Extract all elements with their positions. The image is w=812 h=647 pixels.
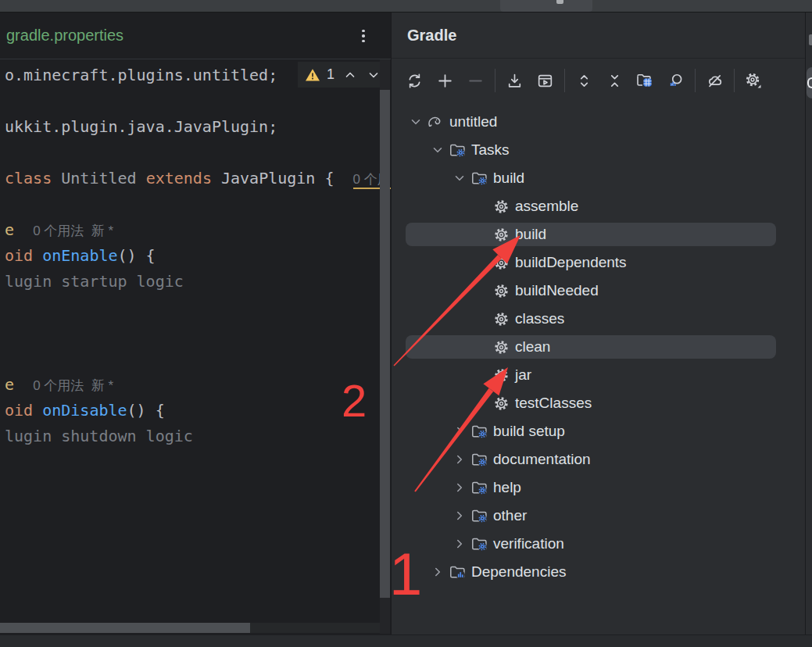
tree-item-help[interactable]: help [392,474,805,502]
horizontal-scrollbar-track [250,623,380,633]
chevron-right-icon[interactable] [449,507,470,524]
horizontal-scrollbar-thumb[interactable] [0,623,250,633]
folder-gear-icon [470,535,488,552]
tree-item-label: documentation [493,451,591,468]
vertical-scrollbar-thumb[interactable] [380,90,390,598]
gradle-panel-title: Gradle [407,27,456,45]
gradle-toolbar [392,59,805,102]
tree-item-label: untitled [449,113,497,130]
code-line[interactable]: lugin startup logic [5,269,184,295]
tree-item-label: jar [515,366,531,384]
code-token: e [5,220,14,239]
code-token: onEnable [42,246,117,265]
collapse-all-icon[interactable] [603,70,625,91]
inspections-widget: 1 [298,62,389,88]
gear-icon [492,395,510,412]
gradle-tree: untitledTasksbuildassemblebuildbuildDepe… [392,108,805,586]
dependency-analyzer-icon[interactable] [664,70,686,91]
right-tool-stripe [805,13,812,634]
code-line[interactable]: e 0 个用法 新 * [5,217,113,243]
code-token [52,169,61,188]
tree-item-jar[interactable]: jar [392,361,805,389]
chevron-down-icon[interactable] [406,113,426,130]
code-line[interactable]: oid onDisable() { [5,398,165,424]
tree-item-build-setup[interactable]: build setup [392,417,805,445]
toolbar-separator [734,69,735,92]
code-token: oid [5,246,42,265]
code-line[interactable]: lugin shutdown logic [5,424,193,449]
tree-item-label: build [515,226,546,243]
folder-gear-icon [470,507,488,524]
code-token: () { [118,246,156,265]
chevron-right-icon[interactable] [449,451,470,468]
code-line[interactable]: ukkit.plugin.java.JavaPlugin; [5,114,277,140]
gear-icon [492,226,510,243]
kebab-menu-icon[interactable] [353,26,374,46]
sync-icon[interactable] [403,70,425,91]
tree-item-build[interactable]: build [392,164,805,192]
tree-item-assemble[interactable]: assemble [392,192,805,220]
title-bar-handle [556,0,563,4]
toolbar-separator [695,69,696,92]
gradle-stripe-icon [807,77,812,88]
run-task-icon[interactable] [534,70,556,91]
chevron-right-icon[interactable] [427,563,448,581]
offline-mode-icon[interactable] [703,70,725,91]
tree-item-untitled[interactable]: untitled [392,108,805,136]
tree-item-classes[interactable]: classes [392,305,805,333]
tab-gradle-properties[interactable]: gradle.properties [6,27,123,45]
group-modules-icon[interactable] [634,70,656,91]
code-token: JavaPlugin { [212,169,353,188]
chevron-spacer [471,310,492,327]
tree-item-label: verification [493,535,564,552]
gradle-tool-window: Gradle [391,13,805,634]
tree-item-label: other [493,507,527,524]
chevron-spacer [471,395,492,412]
chevron-down-icon[interactable] [427,141,448,159]
folder-gear-icon [470,423,488,440]
code-token: extends [146,169,212,188]
editor-vertical-scrollbar[interactable] [380,59,390,634]
code-line[interactable]: e 0 个用法 新 * [5,372,113,398]
code-line[interactable]: o.minecraft.plugins.untitled; [5,63,277,88]
code-token: lugin startup logic [5,272,184,291]
window-title-bar [0,0,812,13]
tree-item-documentation[interactable]: documentation [392,445,805,474]
tree-item-dependencies[interactable]: Dependencies [392,558,805,586]
tree-item-builddependents[interactable]: buildDependents [392,248,805,277]
tree-item-tasks[interactable]: Tasks [392,136,805,164]
chevron-spacer [471,254,492,271]
title-bar-fragment [500,0,592,12]
expand-all-icon[interactable] [573,70,595,91]
code-token: ukkit.plugin.java.JavaPlugin; [5,117,277,136]
tree-item-label: build setup [493,423,565,440]
tree-item-verification[interactable]: verification [392,530,805,558]
gear-icon [492,254,510,271]
toolbar-separator [564,69,565,92]
prev-warning-icon[interactable] [341,66,359,84]
chevron-right-icon[interactable] [449,423,470,440]
tree-item-build[interactable]: build [392,220,805,248]
code-line[interactable]: oid onEnable() { [5,243,156,269]
plus-icon[interactable] [434,70,456,91]
tree-item-label: clean [515,338,550,356]
tree-item-other[interactable]: other [392,502,805,530]
tree-item-buildneeded[interactable]: buildNeeded [392,277,805,305]
chevron-down-icon[interactable] [449,170,470,187]
folder-gear-icon [470,451,488,468]
code-area[interactable]: lugin shutdown logicoid onDisable() {e 0… [0,59,391,634]
chevron-spacer [471,338,492,356]
chevron-right-icon[interactable] [449,535,470,552]
settings-gear-icon[interactable] [742,70,764,91]
gear-icon [492,282,510,299]
folder-gear-icon [470,170,488,187]
code-line[interactable]: class Untitled extends JavaPlugin { 0 个用 [5,166,391,191]
download-sources-icon[interactable] [503,70,525,91]
chevron-right-icon[interactable] [449,479,470,496]
tree-item-label: buildDependents [515,254,627,271]
tree-item-label: help [493,479,521,496]
tree-item-testclasses[interactable]: testClasses [392,389,805,417]
folder-chart-icon [448,563,467,581]
tree-item-clean[interactable]: clean [392,333,805,361]
editor-tab-bar: gradle.properties [0,13,391,59]
